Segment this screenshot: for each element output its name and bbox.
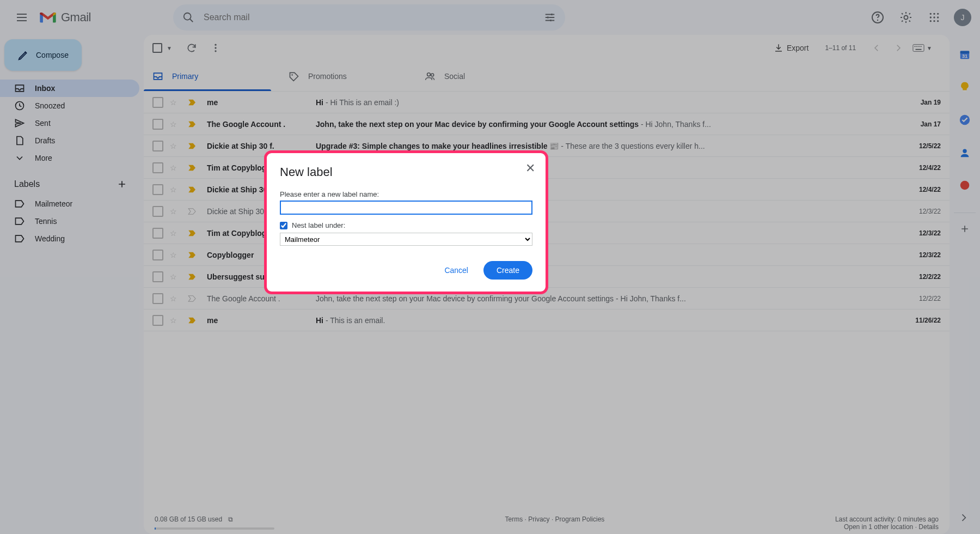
star-button[interactable]: ☆ [170, 185, 181, 194]
svg-point-28 [431, 74, 434, 76]
sidebar-item-snoozed[interactable]: Snoozed [0, 97, 139, 114]
tasks-addon[interactable] [954, 109, 976, 131]
star-button[interactable]: ☆ [170, 229, 181, 238]
importance-marker[interactable] [187, 250, 198, 260]
star-button[interactable]: ☆ [170, 294, 181, 303]
row-checkbox[interactable] [152, 315, 163, 326]
cancel-button[interactable]: Cancel [433, 261, 479, 280]
importance-marker[interactable] [187, 228, 198, 238]
settings-button[interactable] [893, 4, 919, 31]
addon-5[interactable] [954, 174, 976, 196]
hide-side-panel[interactable] [955, 509, 972, 526]
prev-page-button[interactable] [867, 38, 886, 58]
email-row[interactable]: ☆ me Hi - Hi This is an email :) Jan 19 [144, 92, 950, 113]
row-checkbox[interactable] [152, 293, 163, 304]
importance-marker[interactable] [187, 185, 198, 195]
parent-label-select[interactable]: Mailmeteor [280, 233, 532, 246]
more-button[interactable] [205, 37, 226, 59]
privacy-link[interactable]: Privacy [528, 515, 549, 523]
row-checkbox[interactable] [152, 250, 163, 260]
open-in-new-icon[interactable]: ⧉ [228, 515, 233, 523]
row-checkbox[interactable] [152, 271, 163, 282]
label-item-mailmeteor[interactable]: Mailmeteor [0, 195, 139, 213]
row-checkbox[interactable] [152, 162, 163, 173]
importance-marker[interactable] [187, 294, 198, 304]
label-item-text: Mailmeteor [35, 199, 72, 208]
sidebar-item-drafts[interactable]: Drafts [0, 132, 139, 149]
nest-checkbox[interactable] [280, 222, 287, 229]
row-checkbox[interactable] [152, 97, 163, 108]
label-name-input[interactable] [280, 201, 532, 215]
search-input[interactable] [204, 13, 535, 22]
star-button[interactable]: ☆ [170, 163, 181, 172]
sender: The Google Account . [207, 294, 316, 303]
main-menu-button[interactable] [9, 4, 35, 31]
search-options-button[interactable] [539, 7, 561, 28]
create-button[interactable]: Create [483, 261, 532, 280]
export-button[interactable]: Export [768, 40, 814, 56]
svg-point-6 [904, 16, 908, 20]
apps-button[interactable] [921, 4, 947, 31]
importance-marker[interactable] [187, 207, 198, 216]
search-button[interactable] [177, 7, 199, 28]
importance-marker[interactable] [187, 98, 198, 107]
star-button[interactable]: ☆ [170, 98, 181, 107]
importance-marker[interactable] [187, 163, 198, 173]
label-item-tennis[interactable]: Tennis [0, 213, 139, 230]
email-row[interactable]: ☆ The Google Account . John, take the ne… [144, 113, 950, 135]
contacts-addon[interactable] [954, 142, 976, 163]
star-button[interactable]: ☆ [170, 120, 181, 129]
details-link[interactable]: Details [918, 523, 939, 531]
email-row[interactable]: ☆ me Hi - This is an email. 11/26/22 [144, 310, 950, 331]
sidebar-item-label: Drafts [35, 136, 55, 145]
subject: John, take the next step on your Mac dev… [316, 120, 903, 129]
star-button[interactable]: ☆ [170, 142, 181, 150]
importance-marker[interactable] [187, 315, 198, 325]
subject: Upgrade #3: Simple changes to make your … [316, 142, 903, 150]
svg-point-26 [291, 74, 293, 76]
label-item-wedding[interactable]: Wedding [0, 230, 139, 247]
row-checkbox[interactable] [152, 228, 163, 239]
importance-marker[interactable] [187, 272, 198, 282]
gmail-logo[interactable]: Gmail [39, 10, 169, 25]
calendar-addon[interactable]: 31 [954, 44, 976, 65]
star-button[interactable]: ☆ [170, 272, 181, 281]
compose-button[interactable]: Compose [4, 39, 82, 71]
tab-promotions[interactable]: Promotions [280, 61, 416, 91]
close-dialog-button[interactable]: ✕ [522, 160, 539, 177]
sidebar-item-more[interactable]: More [0, 149, 139, 167]
keep-addon[interactable] [954, 76, 976, 98]
chevron-right-icon [893, 43, 903, 53]
search-bar[interactable] [173, 4, 565, 31]
sidebar-item-sent[interactable]: Sent [0, 114, 139, 132]
tab-primary[interactable]: Primary [144, 61, 280, 91]
chevron-down-icon [14, 153, 25, 163]
account-avatar[interactable]: J [954, 9, 971, 26]
add-label-button[interactable] [114, 177, 130, 192]
select-dropdown[interactable]: ▼ [167, 45, 172, 51]
star-button[interactable]: ☆ [170, 207, 181, 216]
refresh-button[interactable] [181, 37, 203, 59]
sidebar-item-inbox[interactable]: Inbox [0, 80, 139, 97]
row-checkbox[interactable] [152, 184, 163, 195]
svg-point-13 [930, 20, 932, 22]
importance-marker[interactable] [187, 119, 198, 129]
program-policies-link[interactable]: Program Policies [555, 515, 605, 523]
input-tools-button[interactable]: ▼ [910, 44, 941, 52]
row-checkbox[interactable] [152, 119, 163, 130]
support-button[interactable] [865, 4, 891, 31]
importance-marker[interactable] [187, 141, 198, 151]
row-checkbox[interactable] [152, 206, 163, 217]
tab-social[interactable]: Social [416, 61, 552, 91]
get-addons-button[interactable] [954, 213, 976, 234]
svg-point-34 [963, 149, 966, 153]
star-button[interactable]: ☆ [170, 251, 181, 259]
star-button[interactable]: ☆ [170, 316, 181, 325]
row-checkbox[interactable] [152, 141, 163, 151]
svg-point-7 [930, 13, 932, 15]
select-all-checkbox[interactable] [152, 43, 162, 53]
next-page-button[interactable] [889, 38, 908, 58]
terms-link[interactable]: Terms [505, 515, 523, 523]
sidebar-item-label: More [35, 154, 52, 162]
sidebar-item-label: Inbox [35, 84, 55, 93]
